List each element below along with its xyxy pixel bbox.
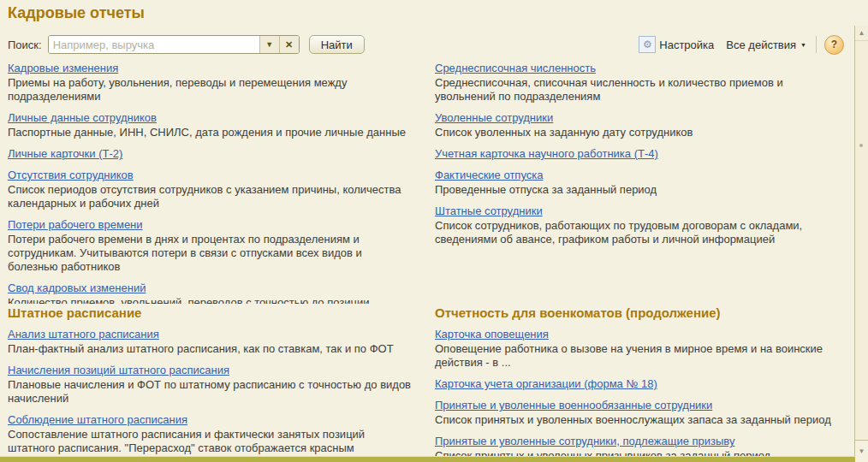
- right-column: Среднесписочная численностьСреднесписочн…: [435, 60, 842, 458]
- report-link[interactable]: Карточка оповещения: [435, 327, 549, 341]
- search-dropdown-button[interactable]: ▼: [259, 36, 279, 53]
- report-item: Принятые и уволенные сотрудники, подлежа…: [435, 433, 842, 458]
- report-section: Среднесписочная численностьСреднесписочн…: [435, 60, 842, 304]
- report-item: Начисления позиций штатного расписанияПл…: [8, 362, 420, 406]
- search-clear-button[interactable]: ✕: [279, 36, 299, 53]
- report-description: Список сотрудников, работающих по трудов…: [435, 219, 841, 246]
- report-description: Среднесписочная, списочная численность и…: [435, 76, 841, 104]
- toolbar: Поиск: ▼ ✕ Найти ⚙ Настройка Все действи…: [8, 34, 844, 55]
- report-link[interactable]: Учетная карточка научного работника (Т-4…: [435, 146, 658, 161]
- report-item: Потери рабочего времениПотери рабочего в…: [8, 216, 420, 274]
- report-description: Оповещение работника о вызове на учения …: [435, 342, 841, 370]
- chevron-down-icon: ▼: [265, 40, 273, 49]
- gear-icon: ⚙: [639, 36, 656, 53]
- report-item: Личные данные сотрудниковПаспортные данн…: [8, 110, 420, 139]
- report-item: Карточка оповещенияОповещение работника …: [435, 326, 842, 370]
- scroll-down-button[interactable]: ▼: [855, 440, 868, 462]
- find-button[interactable]: Найти: [309, 35, 365, 54]
- report-description: Список периодов отсутствия сотрудников с…: [8, 183, 414, 210]
- section-header: Штатное расписание: [8, 304, 420, 321]
- report-description: Приемы на работу, увольнения, переводы и…: [8, 76, 414, 104]
- report-link[interactable]: Соблюдение штатного расписания: [8, 412, 187, 427]
- report-link[interactable]: Личные данные сотрудников: [8, 110, 157, 125]
- page-title: Кадровые отчеты: [8, 4, 145, 22]
- left-column: Кадровые измененияПриемы на работу, увол…: [8, 60, 420, 458]
- help-button[interactable]: ?: [824, 35, 844, 55]
- report-link[interactable]: Карточка учета организации (форма № 18): [435, 376, 657, 391]
- report-link[interactable]: Личные карточки (Т-2): [8, 146, 122, 161]
- report-item: Отсутствия сотрудниковСписок периодов от…: [8, 167, 420, 210]
- report-description: Паспортные данные, ИНН, СНИЛС, дата рожд…: [8, 126, 414, 139]
- hr-reports-window: Кадровые отчеты Поиск: ▼ ✕ Найти ⚙ Настр…: [0, 0, 868, 462]
- report-item: Личные карточки (Т-2): [8, 145, 420, 161]
- question-icon: ?: [831, 38, 837, 50]
- report-item: Учетная карточка научного работника (Т-4…: [435, 145, 842, 161]
- report-link[interactable]: Штатные сотрудники: [435, 204, 543, 218]
- report-item: Среднесписочная численностьСреднесписочн…: [435, 60, 842, 104]
- report-link[interactable]: Отсутствия сотрудников: [8, 168, 134, 182]
- scrollbar-thumb[interactable]: [859, 144, 863, 147]
- report-item: Анализ штатного расписанияПлан-фактный а…: [8, 326, 420, 356]
- toolbar-right: ⚙ Настройка Все действия ▼ ?: [639, 35, 844, 55]
- report-link[interactable]: Начисления позиций штатного расписания: [8, 363, 229, 377]
- report-item: Фактические отпускаПроведенные отпуска з…: [435, 167, 842, 197]
- search-combo: ▼ ✕: [48, 35, 300, 54]
- report-item: Карточка учета организации (форма № 18): [435, 376, 842, 391]
- close-icon: ✕: [285, 39, 293, 50]
- report-link[interactable]: Потери рабочего времени: [8, 217, 143, 232]
- toolbar-separator: [816, 36, 817, 53]
- report-item: Кадровые измененияПриемы на работу, увол…: [8, 60, 420, 104]
- arrow-up-icon: ▲: [859, 29, 865, 37]
- report-section: Отчетность для военкоматов (продолжение)…: [435, 304, 842, 458]
- settings-label: Настройка: [659, 38, 714, 51]
- report-description: Сопоставление штатного расписания и факт…: [8, 428, 414, 455]
- report-item: Принятые и уволенные военнообязанные сот…: [435, 397, 842, 427]
- report-link[interactable]: Среднесписочная численность: [435, 61, 596, 75]
- section-header: Отчетность для военкоматов (продолжение): [435, 304, 842, 321]
- vertical-scrollbar[interactable]: ▲ ▼: [854, 26, 868, 462]
- all-actions-button[interactable]: Все действия ▼: [726, 38, 806, 51]
- report-description: Проведенные отпуска за заданный период: [435, 183, 841, 197]
- chevron-down-icon: ▼: [800, 42, 806, 48]
- report-item: Уволенные сотрудникиСписок уволенных на …: [435, 110, 842, 139]
- report-link[interactable]: Свод кадровых изменений: [8, 281, 146, 295]
- arrow-down-icon: ▼: [859, 447, 865, 455]
- report-description: План-фактный анализ штатного расписания,…: [8, 342, 414, 356]
- report-item: Штатные сотрудникиСписок сотрудников, ра…: [435, 203, 842, 246]
- report-section: Штатное расписаниеАнализ штатного распис…: [8, 304, 420, 458]
- settings-button[interactable]: ⚙ Настройка: [639, 36, 714, 53]
- report-section: Кадровые измененияПриемы на работу, увол…: [8, 60, 420, 304]
- report-description: Список принятых и уволенных военнослужащ…: [435, 413, 841, 427]
- report-description: Количество приемов, увольнений, переводо…: [8, 296, 414, 304]
- report-link[interactable]: Кадровые изменения: [8, 61, 118, 75]
- report-link[interactable]: Фактические отпуска: [435, 168, 543, 182]
- report-description: Плановые начисления и ФОТ по штатному ра…: [8, 378, 414, 406]
- search-label: Поиск:: [8, 38, 42, 51]
- search-input[interactable]: [49, 36, 259, 53]
- report-item: Свод кадровых измененийКоличество приемо…: [8, 280, 420, 304]
- report-description: Список уволенных на заданную дату сотруд…: [435, 126, 841, 139]
- report-link[interactable]: Уволенные сотрудники: [435, 110, 553, 125]
- report-link[interactable]: Анализ штатного расписания: [8, 327, 159, 341]
- report-link[interactable]: Принятые и уволенные военнообязанные сот…: [435, 398, 712, 412]
- report-item: Соблюдение штатного расписанияСопоставле…: [8, 412, 420, 455]
- report-description: Потери рабочего времени в днях и процент…: [8, 233, 414, 274]
- report-list: Кадровые измененияПриемы на работу, увол…: [8, 60, 842, 458]
- scroll-up-button[interactable]: ▲: [855, 26, 868, 41]
- bottom-edge-bar: [0, 456, 855, 462]
- all-actions-label: Все действия: [726, 38, 796, 51]
- report-link[interactable]: Принятые и уволенные сотрудники, подлежа…: [435, 434, 734, 448]
